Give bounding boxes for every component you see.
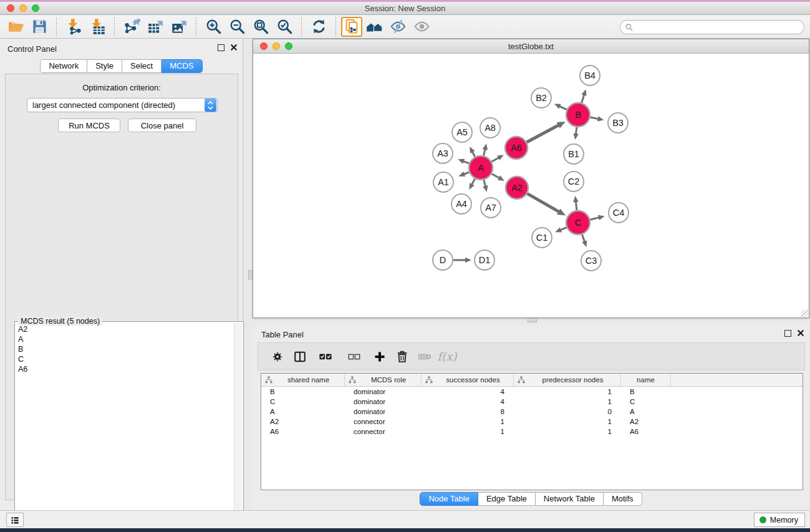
table-cell[interactable]: 8: [422, 408, 514, 415]
graph-node-C4[interactable]: C4: [609, 203, 629, 223]
table-cell[interactable]: 0: [514, 408, 621, 415]
network-canvas[interactable]: B4B2BB3A8A5A6B1A3AA1C2A2A4A7C4CC1C3DD1: [253, 54, 809, 317]
tab-network-table[interactable]: Network Table: [536, 492, 604, 506]
hide-selected-button[interactable]: [386, 17, 410, 37]
graph-node-C2[interactable]: C2: [564, 172, 584, 191]
zoom-selected-button[interactable]: [272, 17, 296, 37]
graph-edge-A-A1[interactable]: [458, 172, 469, 177]
network-from-selection-button[interactable]: [341, 17, 362, 37]
graph-edge-A-A6[interactable]: [491, 155, 504, 162]
tab-mcds[interactable]: MCDS: [162, 59, 202, 73]
graph-node-D1[interactable]: D1: [475, 250, 494, 270]
mcds-result-item[interactable]: C: [16, 354, 233, 364]
graph-node-D[interactable]: D: [433, 250, 453, 270]
graph-node-A5[interactable]: A5: [452, 122, 472, 142]
home-button[interactable]: [362, 17, 386, 37]
graph-node-B1[interactable]: B1: [564, 144, 584, 164]
task-history-button[interactable]: [6, 513, 24, 527]
tab-style[interactable]: Style: [87, 59, 122, 73]
graph-edge-D-D1[interactable]: [453, 258, 471, 263]
graph-node-C[interactable]: C: [566, 211, 590, 235]
table-cell[interactable]: B: [261, 388, 345, 395]
graph-edge-A-A3[interactable]: [458, 159, 469, 164]
refresh-button[interactable]: [307, 17, 330, 37]
tab-select[interactable]: Select: [122, 59, 162, 73]
graph-edge-C-C2[interactable]: [573, 196, 579, 210]
columns-button[interactable]: [289, 346, 311, 367]
export-table-button[interactable]: [143, 17, 167, 37]
zoom-out-button[interactable]: [225, 17, 249, 37]
search-field[interactable]: [620, 20, 804, 34]
run-mcds-button[interactable]: Run MCDS: [58, 118, 120, 132]
table-row[interactable]: A6connector11A6: [261, 427, 803, 437]
table-cell[interactable]: 1: [514, 418, 621, 425]
column-header-shared-name[interactable]: shared name: [261, 374, 345, 386]
table-cell[interactable]: A: [261, 408, 345, 415]
delete-row-button[interactable]: [391, 346, 413, 367]
graph-node-A3[interactable]: A3: [433, 143, 453, 163]
memory-button[interactable]: Memory: [754, 513, 805, 527]
gear-button[interactable]: [266, 346, 289, 367]
table-cell[interactable]: 1: [514, 398, 621, 405]
table-cell[interactable]: connector: [345, 418, 422, 425]
graph-edge-A6-B[interactable]: [527, 122, 566, 142]
graph-node-B4[interactable]: B4: [580, 65, 600, 85]
table-row[interactable]: A2connector11A2: [261, 417, 803, 427]
graph-edge-A-A5[interactable]: [470, 147, 475, 157]
tab-network[interactable]: Network: [40, 59, 87, 73]
graph-edge-A-A8[interactable]: [483, 143, 488, 155]
select-all-button[interactable]: [311, 346, 340, 367]
graph-node-C3[interactable]: C3: [581, 251, 601, 271]
graph-node-B2[interactable]: B2: [531, 88, 551, 108]
column-header-MCDS-role[interactable]: MCDS role: [345, 374, 422, 386]
table-cell[interactable]: B: [621, 388, 671, 395]
graph-edge-A-A2[interactable]: [492, 174, 504, 181]
table-cell[interactable]: 4: [422, 388, 514, 395]
column-header-name[interactable]: name: [621, 374, 671, 386]
search-input[interactable]: [634, 22, 804, 33]
graph-node-A8[interactable]: A8: [480, 118, 500, 138]
table-cell[interactable]: connector: [345, 428, 422, 435]
table-cell[interactable]: 1: [514, 388, 621, 395]
graph-edge-A-A7[interactable]: [483, 180, 488, 191]
table-cell[interactable]: dominator: [345, 408, 422, 415]
graph-node-B[interactable]: B: [566, 103, 590, 127]
column-header-successor-nodes[interactable]: successor nodes: [422, 374, 514, 386]
import-table-button[interactable]: [85, 17, 109, 37]
open-folder-button[interactable]: [4, 17, 27, 37]
pane-divider-handle[interactable]: [248, 270, 253, 279]
criterion-select[interactable]: largest connected component (directed): [27, 98, 218, 112]
table-row[interactable]: Bdominator41B: [261, 387, 803, 397]
mcds-result-item[interactable]: A: [16, 334, 233, 344]
graph-node-A2[interactable]: A2: [506, 177, 528, 199]
table-cell[interactable]: A2: [621, 418, 671, 425]
graph-edge-C-C4[interactable]: [590, 215, 604, 220]
tab-edge-table[interactable]: Edge Table: [478, 492, 536, 506]
table-cell[interactable]: 1: [422, 428, 514, 435]
table-cell[interactable]: A2: [261, 418, 345, 425]
zoom-fit-button[interactable]: [249, 17, 272, 37]
graph-edge-A2-C[interactable]: [528, 193, 566, 215]
graph-node-A1[interactable]: A1: [433, 172, 453, 192]
close-table-panel-icon[interactable]: [797, 329, 804, 337]
table-cell[interactable]: 1: [422, 418, 514, 425]
add-row-button[interactable]: [369, 346, 391, 367]
graph-edge-B-B1[interactable]: [573, 127, 579, 140]
mcds-result-item[interactable]: A2: [16, 324, 233, 334]
table-cell[interactable]: A: [621, 408, 671, 415]
column-header-predecessor-nodes[interactable]: predecessor nodes: [514, 374, 621, 386]
graph-node-B3[interactable]: B3: [608, 113, 628, 133]
tab-node-table[interactable]: Node Table: [420, 492, 478, 506]
close-panel-button[interactable]: Close panel: [128, 118, 196, 132]
resize-grip-icon[interactable]: [801, 310, 808, 317]
save-button[interactable]: [27, 17, 51, 37]
graph-edge-A-A4[interactable]: [469, 179, 475, 190]
graph-edge-C-C3[interactable]: [582, 235, 587, 247]
table-cell[interactable]: C: [261, 398, 345, 405]
close-panel-icon[interactable]: [230, 44, 238, 51]
table-cell[interactable]: C: [621, 398, 671, 405]
graph-edge-B-B4[interactable]: [581, 89, 586, 103]
table-cell[interactable]: dominator: [345, 398, 422, 405]
graph-edge-B-B2[interactable]: [554, 104, 567, 110]
zoom-in-button[interactable]: [201, 17, 225, 37]
